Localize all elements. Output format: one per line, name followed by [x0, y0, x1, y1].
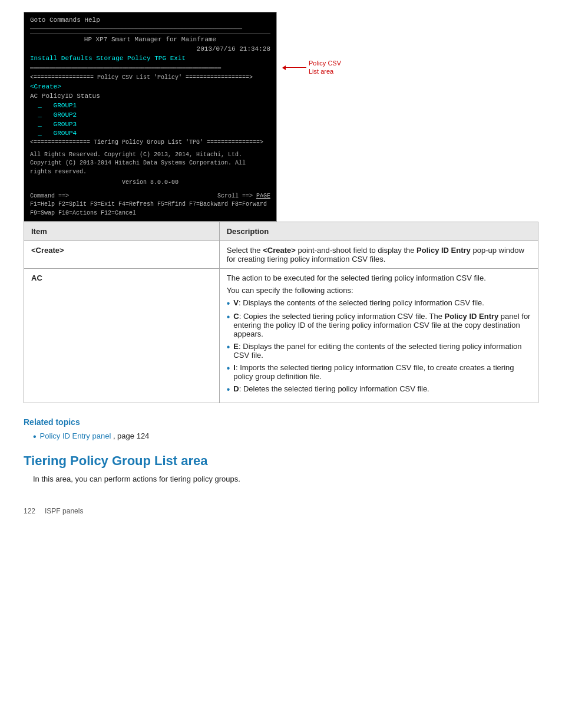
- terminal-group3: _ GROUP3: [30, 120, 270, 130]
- related-topics-label: Related topics: [24, 417, 538, 427]
- bullet-d: • D: Deletes the selected tiering policy…: [227, 384, 531, 394]
- terminal-columns: AC PolicyID Status: [30, 92, 270, 101]
- terminal-datetime: 2013/07/16 21:34:28: [30, 45, 270, 54]
- related-bullet: •: [33, 432, 37, 442]
- section-heading: Tiering Policy Group List area: [24, 453, 538, 469]
- desc-ac: The action to be executed for the select…: [219, 269, 538, 403]
- terminal-fkeys: F1=Help F2=Split F3=Exit F4=Refresh F5=R…: [30, 200, 270, 209]
- table-row: <Create> Select the <Create> point-and-s…: [24, 241, 538, 269]
- related-link-policy-id-entry[interactable]: Policy ID Entry panel: [40, 431, 111, 440]
- table-row: AC The action to be executed for the sel…: [24, 269, 538, 403]
- terminal-fkeys2: F9=Swap F10=Actions F12=Cancel: [30, 209, 270, 218]
- terminal-policy-header: <================= Policy CSV List 'Poli…: [30, 74, 270, 83]
- col-item-header: Item: [24, 222, 220, 241]
- terminal-tpg-header: <================ Tiering Policy Group L…: [30, 139, 270, 147]
- bullet-i: • I: Imports the selected tiering policy…: [227, 363, 531, 381]
- bullet-e: • E: Displays the panel for editing the …: [227, 342, 531, 360]
- terminal-screen: Goto Commands Help ─────────────────────…: [24, 12, 277, 222]
- item-ac: AC: [24, 269, 220, 403]
- terminal-menu: Goto Commands Help: [30, 16, 270, 25]
- col-desc-header: Description: [219, 222, 538, 241]
- terminal-annotation: Policy CSV List area: [283, 59, 341, 76]
- ac-intro: The action to be executed for the select…: [227, 274, 531, 282]
- footer: 122 ISPF panels: [24, 507, 538, 515]
- item-create: <Create>: [24, 241, 220, 269]
- desc-create: Select the <Create> point-and-shoot fiel…: [219, 241, 538, 269]
- section-body: In this area, you can perform actions fo…: [33, 475, 538, 483]
- terminal-group1: _ GROUP1: [30, 101, 270, 111]
- terminal-create: <Create>: [30, 83, 270, 92]
- terminal-copyright1: All Rights Reserved. Copyright (C) 2013,…: [30, 151, 270, 160]
- bullet-v: • V: Displays the contents of the select…: [227, 298, 531, 308]
- related-link-suffix: , page 124: [111, 431, 149, 440]
- terminal-group2: _ GROUP2: [30, 111, 270, 120]
- annotation-text: Policy CSV List area: [309, 59, 341, 76]
- terminal-group4: _ GROUP4: [30, 129, 270, 139]
- terminal-submenu: Install Defaults Storage Policy TPG Exit: [30, 54, 270, 64]
- description-table: Item Description <Create> Select the <Cr…: [24, 222, 538, 403]
- terminal-version: Version 8.0.0-00: [30, 179, 270, 187]
- ac-bullets: • V: Displays the contents of the select…: [227, 298, 531, 394]
- footer-label: ISPF panels: [45, 507, 83, 515]
- footer-page-number: 122: [24, 507, 35, 515]
- terminal-copyright2: Copyright (C) 2013-2014 Hitachi Data Sys…: [30, 159, 270, 176]
- terminal-wrapper: Goto Commands Help ─────────────────────…: [24, 12, 538, 222]
- bullet-c: • C: Copies the selected tiering policy …: [227, 312, 531, 338]
- terminal-title: HP XP7 Smart Manager for Mainframe: [30, 35, 270, 45]
- related-topics-section: Related topics • Policy ID Entry panel ,…: [24, 417, 538, 442]
- terminal-command-prompt: Command ==> Scroll ==> PAGE: [30, 192, 270, 201]
- ac-specify: You can specify the following actions:: [227, 286, 531, 295]
- related-item: • Policy ID Entry panel , page 124: [33, 431, 538, 442]
